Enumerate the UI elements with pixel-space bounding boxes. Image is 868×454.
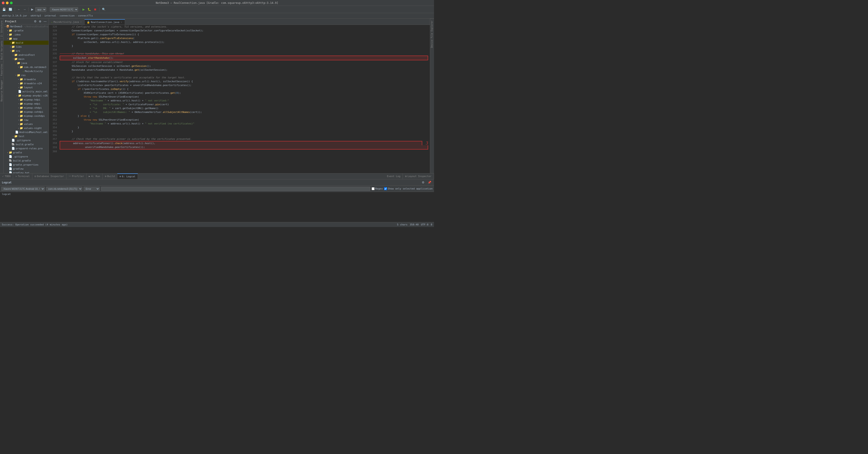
code-editor[interactable]: 328 // Configure the socket's ciphers, T… [49, 25, 430, 173]
tree-item-values-folder[interactable]: ▸📁values [4, 122, 49, 126]
breadcrumb-item[interactable]: okhttp-3.14.9.jar [2, 14, 27, 17]
tree-item-java-folder[interactable]: ▾📁java [4, 61, 49, 65]
tree-item-netdemo3[interactable]: ▾📦NetDemo3 ~/AndroidStudioProjects/NetDe… [4, 24, 49, 29]
sidebar-settings[interactable]: ⚙ [33, 20, 37, 23]
tree-item-build-gradle-root[interactable]: 🐘build.gradle [4, 159, 49, 163]
tree-item-com-folder[interactable]: ▾📁com.nb.netdemo3 [4, 65, 49, 69]
breadcrumb-item[interactable]: okhttp3 [31, 14, 41, 17]
tree-item-androidmanifest[interactable]: 📄AndroidManifest.xml [4, 130, 49, 134]
tree-item-src-folder[interactable]: ▾📁src [4, 49, 49, 53]
show-only-selected-checkbox[interactable] [384, 187, 387, 190]
tree-item-androidtest-folder[interactable]: ▸📁androidTest [4, 53, 49, 57]
level-select[interactable]: Error Verbose Debug Info Warn [84, 187, 100, 191]
tree-item-mipmap-xxxhdpi[interactable]: ▸📁mipmap-xxxhdpi [4, 114, 49, 118]
bottom-tab-build[interactable]: ⚙ Build [103, 173, 117, 179]
terminal-label: Terminal [18, 175, 30, 178]
bottom-tab-layout-inspector[interactable]: ⊞ Layout Inspector [403, 173, 434, 179]
breadcrumb-item[interactable]: connection [60, 14, 74, 17]
sidebar-expand[interactable]: ⊕ [38, 20, 42, 23]
tree-item-idea-folder[interactable]: ▸📁.idea [4, 33, 49, 37]
left-tab-favorites[interactable]: Favorites [0, 62, 3, 78]
sync-btn[interactable]: 🔄 [8, 7, 13, 11]
line-content: ConnectionSpec connectionSpec = connecti… [60, 29, 428, 33]
tree-item-gradlew-bat[interactable]: 📄gradlew.bat [4, 171, 49, 173]
back-btn[interactable]: ← [17, 7, 21, 11]
left-tab-structure[interactable]: Z: Structure [0, 19, 3, 39]
tree-item-test-folder[interactable]: ▸📁test [4, 134, 49, 138]
tree-item-values-night[interactable]: ▸📁values-night [4, 126, 49, 130]
tree-item-activity-main-xml[interactable]: 📄activity_main.xml [4, 90, 49, 94]
stop-btn[interactable]: ⏹ [93, 7, 98, 11]
tree-item-mipmap-anydpi[interactable]: ▸📁mipmap-anydpi-v26 [4, 94, 49, 98]
tree-item-gradle-root[interactable]: ▸📁gradle [4, 151, 49, 155]
breadcrumb-item[interactable]: internal [44, 14, 56, 17]
tree-item-proguard[interactable]: 📄proguard-rules.pro [4, 147, 49, 151]
close-button[interactable] [2, 2, 4, 4]
tree-item-mipmap-mdpi[interactable]: ▸📁mipmap-mdpi [4, 102, 49, 106]
breadcrumb-item[interactable]: connectTls [78, 14, 93, 17]
status-message: Success: Operation succeeded (4 minutes … [2, 223, 68, 226]
bottom-tab-run[interactable]: ▶ 4: Run [87, 173, 103, 179]
tree-item-mainactivity[interactable]: ☕MainActivity [4, 69, 49, 73]
line-number: 343 [51, 83, 60, 87]
code-line: 351 } else { [51, 114, 428, 118]
tab-close-mainactivity[interactable]: × [80, 21, 82, 23]
save-btn[interactable]: 💾 [1, 7, 7, 11]
bottom-tab-profiler[interactable]: 〰 Profiler [66, 173, 87, 179]
run-btn[interactable]: ▶ [82, 7, 86, 11]
tree-item-mipmap-xxhdpi[interactable]: ▸📁mipmap-xxhdpi [4, 110, 49, 114]
run-config-btn[interactable]: ▶ [30, 7, 34, 11]
tree-item-gradle-props[interactable]: 📄gradle.properties [4, 163, 49, 167]
tree-item-gitignore-app[interactable]: 📄.gitignore [4, 138, 49, 142]
logcat-search-input[interactable] [101, 187, 370, 191]
tree-item-gradle-folder[interactable]: ▸📁.gradle [4, 29, 49, 33]
tree-item-main-folder[interactable]: ▾📁main [4, 57, 49, 61]
sep3 [48, 7, 48, 11]
right-tab-device-file-explorer[interactable]: Device File Explorer [430, 19, 434, 50]
line-content: "Hostname " + address.url().host() + " n… [60, 99, 428, 102]
line-content: Platform.get().configureTlsExtensions( [60, 36, 428, 40]
code-line: 353 "Hostname " + address.url().host() +… [51, 122, 428, 126]
bottom-tab-event-log[interactable]: Event Log [385, 173, 403, 179]
code-line: 345 X509Certificate cert = (X509Certific… [51, 91, 428, 95]
breadcrumb-bar: okhttp-3.14.9.jar › okhttp3 › internal ›… [0, 13, 434, 19]
tree-item-res-folder[interactable]: ▾📁res [4, 73, 49, 77]
minimize-button[interactable] [6, 2, 8, 4]
device-dropdown[interactable]: Xiaomi M2007J17C [50, 7, 78, 12]
bottom-tab-todo[interactable]: ✓ TODO [0, 173, 13, 179]
regex-checkbox[interactable] [372, 187, 375, 190]
tree-item-libs-folder[interactable]: ▸📁libs [4, 45, 49, 49]
sidebar-collapse[interactable]: — [43, 20, 47, 23]
tab-close-realconnection[interactable]: × [120, 21, 123, 24]
package-select[interactable]: com.nb.netdemo3 (31171) [46, 187, 82, 191]
tree-item-drawable-folder[interactable]: ▸📁drawable [4, 77, 49, 81]
regex-checkbox-label[interactable]: Regex [372, 187, 383, 190]
tab-mainactivity[interactable]: ☕ MainActivity.java × [49, 19, 85, 25]
tree-item-layout-folder[interactable]: ▾📁layout [4, 86, 49, 90]
logcat-settings-btn[interactable]: ⚙ [421, 181, 426, 184]
show-only-selected-label[interactable]: Show only selected application [384, 187, 433, 190]
left-tab-build-variants[interactable]: Build Variants [0, 39, 3, 61]
left-tab-resource-manager[interactable]: Resource Manager [0, 78, 3, 103]
tree-item-drawable-v24[interactable]: ▸📁drawable-v24 [4, 81, 49, 86]
tree-item-mipmap-hdpi[interactable]: ▸📁mipmap-hdpi [4, 98, 49, 102]
debug-btn[interactable]: 🐛 [87, 7, 92, 11]
forward-btn[interactable]: → [22, 7, 27, 11]
logcat-pin-btn[interactable]: 📌 [427, 181, 432, 184]
line-content: } else { [60, 114, 428, 118]
bottom-tab-terminal[interactable]: > Terminal [13, 173, 32, 179]
bottom-tab-database[interactable]: ⊡ Database Inspector [32, 173, 66, 179]
device-select[interactable]: Xiaomi M2007J17C Android 10, / [1, 187, 45, 191]
tree-item-app-folder[interactable]: ▾📁app [4, 37, 49, 41]
tree-item-gitignore-root[interactable]: 📄.gitignore [4, 155, 49, 159]
bottom-tab-logcat[interactable]: ≡ 6: Logcat [117, 173, 138, 179]
tree-item-build-folder[interactable]: ▸📁build [4, 41, 49, 45]
search-btn[interactable]: 🔍 [101, 7, 106, 11]
tree-item-mipmap-xhdpi[interactable]: ▸📁mipmap-xhdpi [4, 106, 49, 110]
maximize-button[interactable] [10, 2, 13, 4]
tree-item-build-gradle[interactable]: 🐘build.gradle [4, 142, 49, 147]
run-config-dropdown[interactable]: app [35, 7, 46, 12]
tree-item-gradlew[interactable]: 📄gradlew [4, 167, 49, 171]
tree-item-raw-folder[interactable]: ▸📁raw [4, 118, 49, 122]
tab-realconnection[interactable]: 🔒 RealConnection.java × [85, 19, 125, 25]
